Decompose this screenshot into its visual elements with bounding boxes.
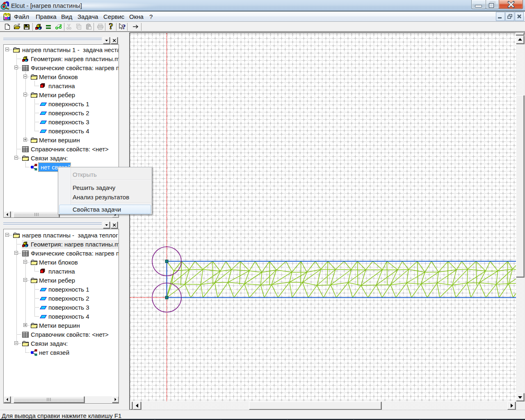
svg-text:?: ?	[109, 23, 113, 30]
